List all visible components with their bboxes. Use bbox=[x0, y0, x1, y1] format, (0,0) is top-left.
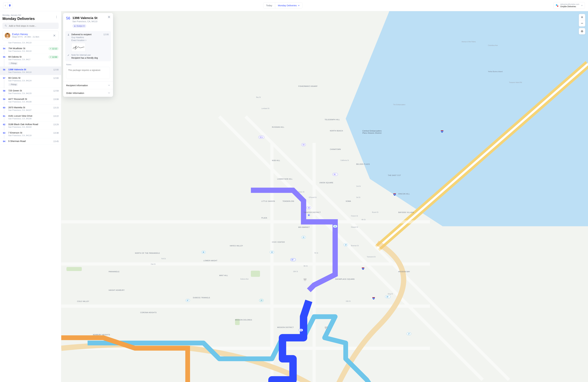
back-button[interactable] bbox=[3, 2, 7, 9]
map-stop-marker[interactable]: 07 bbox=[186, 299, 190, 302]
map-neighborhood-label: COLE VALLEY bbox=[77, 300, 89, 302]
stop-row[interactable]: 649 Sherman Road13:45 bbox=[0, 138, 61, 144]
completed-badge: 12:12 bbox=[48, 47, 59, 50]
stop-title: 794 Mcallister St bbox=[8, 47, 46, 50]
stop-row[interactable]: 594477 Roosevelt StSan Francisco, CA, 94… bbox=[0, 96, 61, 105]
stop-time: 13:29 bbox=[53, 123, 59, 126]
stop-title: 725 Green St bbox=[8, 89, 51, 92]
map-stop-marker[interactable]: 58 bbox=[299, 329, 303, 332]
exact-location-link[interactable]: Exact location bbox=[71, 39, 86, 42]
order-info-accordion[interactable]: Order Information bbox=[63, 89, 113, 97]
map-stop-marker[interactable]: 23 bbox=[259, 299, 264, 302]
stop-number: 60 bbox=[3, 106, 5, 109]
svg-point-1 bbox=[56, 17, 57, 17]
stop-row[interactable]: 54794 Mcallister StSan Francisco, CA, 94… bbox=[0, 45, 61, 54]
stop-address: San Francisco, CA, 94110 bbox=[8, 42, 57, 44]
map-neighborhood-label: THEATER DISTRICT bbox=[303, 212, 321, 213]
stop-address: San Francisco, CA, 94110 bbox=[8, 50, 46, 52]
stop-address: San Francisco, CA, 94118 bbox=[8, 134, 51, 137]
map-stop-marker[interactable]: 20 bbox=[333, 225, 337, 228]
driver-avatar bbox=[5, 33, 10, 38]
stop-address: San Francisco, CA, 94124 bbox=[8, 80, 51, 82]
stop-row[interactable]: 5568 Dakota StSan Francisco, CA, 9417↑ P… bbox=[0, 54, 61, 67]
stop-row[interactable]: 58725 Green StSan Francisco, CA, 9413312… bbox=[0, 88, 61, 96]
delivered-label: Delivered to recipient bbox=[71, 33, 109, 36]
map-stop-marker[interactable]: 18↑ bbox=[385, 295, 390, 298]
map-street-label: 2nd St bbox=[356, 185, 361, 187]
map-neighborhood-label: NOB HILL bbox=[272, 160, 280, 161]
stop-row[interactable]: 623188 Black Oak Hollow RoadSan Francisc… bbox=[0, 121, 61, 130]
map-neighborhood-label: NORTH OF THE PANHANDLE bbox=[135, 252, 160, 254]
today-button[interactable]: Today bbox=[263, 3, 275, 8]
recipient-info-accordion[interactable]: Recipient Information bbox=[63, 82, 113, 89]
stop-row[interactable]: 5766 Ceres StSan Francisco, CA, 94124↑ P… bbox=[0, 75, 61, 88]
stop-row[interactable]: 637 Emerson StSan Francisco, CA, 9411813… bbox=[0, 130, 61, 138]
driver-chip[interactable]: Evelyn H bbox=[72, 24, 86, 28]
svg-text:280: 280 bbox=[373, 298, 374, 299]
driver-name: Evelyn Harvey bbox=[12, 33, 39, 36]
map-stop-marker[interactable]: 19 bbox=[343, 243, 348, 246]
account-name: OnlyBe Deliveries bbox=[560, 5, 579, 8]
map-stop-marker[interactable]: 22 bbox=[270, 251, 274, 254]
zoom-out-button[interactable] bbox=[579, 20, 585, 26]
map-stop-marker[interactable]: 17 bbox=[407, 332, 411, 335]
map-stop-marker[interactable]: 57↑ bbox=[290, 258, 296, 261]
stop-detail-panel: 56 1398 Valencia St San Francisco, CA, 9… bbox=[63, 13, 113, 97]
map-neighborhood-label: MINT HILL bbox=[219, 275, 228, 276]
stop-address: San Francisco, CA, 94108 bbox=[8, 101, 51, 103]
stop-title: 3188 Black Oak Hollow Road bbox=[8, 123, 51, 126]
zoom-in-button[interactable] bbox=[579, 14, 585, 20]
route-label: Monday Deliveries bbox=[278, 4, 297, 7]
map-stop-marker[interactable]: 21 bbox=[301, 236, 306, 239]
locate-button[interactable] bbox=[579, 28, 585, 34]
map-neighborhood-label: DUBOCE TRIANGLE bbox=[193, 297, 210, 298]
map-stop-marker[interactable]: 55↑ bbox=[333, 173, 338, 176]
map-stop-marker[interactable]: 53✕ bbox=[258, 136, 264, 139]
map-street-label: Bryant St bbox=[372, 212, 378, 213]
completed-badge: 12:00 bbox=[48, 55, 59, 59]
search-input[interactable] bbox=[9, 24, 57, 27]
map-stop-marker[interactable]: 56 bbox=[307, 206, 311, 209]
stop-number: 58 bbox=[3, 89, 5, 92]
stop-number: 56 bbox=[3, 68, 5, 71]
map-street-label: 9th St bbox=[303, 265, 308, 267]
map[interactable]: Yerba Buena Island bbox=[61, 11, 588, 382]
map-stop-marker[interactable] bbox=[308, 214, 310, 216]
close-detail-button[interactable] bbox=[107, 15, 111, 19]
header-segment: Today Monday Deliveries bbox=[263, 2, 302, 8]
map-street-label: O'Farrell St bbox=[309, 197, 316, 198]
map-stop-marker[interactable]: 06 bbox=[201, 251, 206, 254]
stop-row[interactable]: 561398 Valencia StSan Francisco, CA, 941… bbox=[0, 67, 61, 75]
map-neighborhood-label: MID-MARKET bbox=[298, 226, 310, 228]
map-street-label: Lombard St bbox=[261, 108, 269, 109]
map-street-label: Duboce Ave bbox=[240, 278, 249, 280]
account-menu[interactable]: deliveries@onlybe.com OnlyBe Deliveries bbox=[553, 2, 585, 9]
pickup-tag: ↑ Pickup bbox=[8, 83, 18, 86]
route-dropdown[interactable]: Monday Deliveries bbox=[275, 3, 302, 8]
stop-row[interactable]: 614181 Locust View DriveSan Francisco, C… bbox=[0, 113, 61, 121]
map-street-label: 10th St bbox=[293, 271, 298, 272]
more-menu-button[interactable] bbox=[54, 15, 59, 19]
map-neighborhood-label: HAIGHT-ASHBURY bbox=[109, 289, 125, 291]
notes-textarea[interactable] bbox=[66, 67, 110, 79]
stop-time: 13:08 bbox=[53, 98, 59, 100]
chevron-down-icon bbox=[298, 5, 299, 6]
map-stop-marker[interactable]: 54 bbox=[301, 143, 306, 146]
map-street-label: Brannan St bbox=[351, 245, 359, 247]
search-box[interactable] bbox=[2, 23, 59, 29]
stop-row[interactable]: San Francisco, CA, 94110 bbox=[0, 42, 61, 45]
map-street-label: 7th St bbox=[314, 252, 318, 254]
map-street-label: Bay St bbox=[256, 96, 261, 98]
stop-time: 13:22 bbox=[53, 114, 59, 117]
stop-time: 12:00 bbox=[53, 68, 59, 71]
map-street-label: King St bbox=[388, 293, 393, 295]
map-street-label: Townsend St bbox=[367, 256, 376, 258]
stop-address: San Francisco, CA, 94133 bbox=[8, 92, 51, 94]
map-street-label: Treasure Island Rd bbox=[509, 82, 522, 83]
stops-list[interactable]: San Francisco, CA, 9411054794 Mcallister… bbox=[0, 42, 61, 382]
clear-driver-button[interactable] bbox=[52, 34, 56, 38]
driver-card[interactable]: Evelyn Harvey Stops 57/71 · 2h 39m · 21.… bbox=[2, 31, 59, 40]
delivery-status-card: 12:00 Delivered to recipient Guy Hawkins… bbox=[65, 31, 111, 61]
map-neighborhood-label: CIVIC CENTER bbox=[272, 241, 285, 243]
stop-row[interactable]: 602870 Marietta StSan Francisco, CA, 941… bbox=[0, 105, 61, 113]
